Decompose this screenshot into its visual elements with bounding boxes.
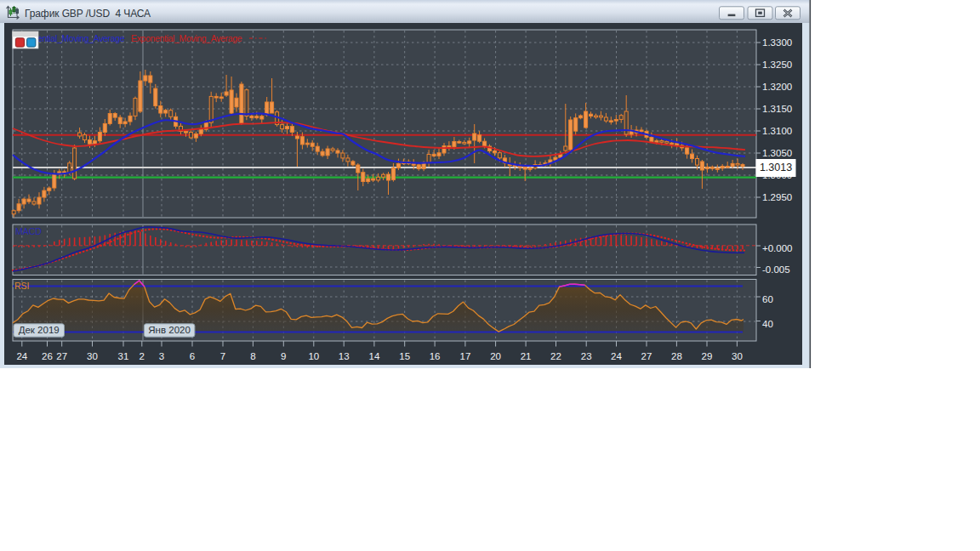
svg-text:6: 6 [190,351,195,361]
svg-text:30: 30 [732,351,743,361]
svg-text:7: 7 [220,351,225,361]
svg-text:17: 17 [460,351,471,361]
svg-text:8: 8 [250,351,255,361]
svg-text:21: 21 [521,351,532,361]
svg-text:27: 27 [56,351,67,361]
svg-text:1.3150: 1.3150 [762,104,792,114]
svg-text:10: 10 [308,351,319,361]
svg-text:1.2950: 1.2950 [762,192,792,202]
svg-text:15: 15 [399,351,410,361]
svg-text:26: 26 [42,351,53,361]
svg-text:1.3250: 1.3250 [762,60,792,70]
svg-text:1.3300: 1.3300 [762,37,792,48]
svg-text:1.3200: 1.3200 [762,82,792,92]
svg-text:График GBP /USD 4 ЧАСА: График GBP /USD 4 ЧАСА [25,8,151,20]
svg-text:-0.005: -0.005 [762,264,790,275]
svg-text:Янв 2020: Янв 2020 [148,325,191,335]
svg-text:24: 24 [611,351,622,361]
svg-text:24: 24 [16,351,27,361]
svg-text:1.3050: 1.3050 [762,148,792,158]
svg-text:23: 23 [581,351,592,361]
svg-text:3: 3 [159,351,164,361]
svg-text:Дек 2019: Дек 2019 [19,325,60,335]
svg-text:40: 40 [762,319,773,329]
svg-text:14: 14 [369,351,380,361]
svg-text:22: 22 [550,351,561,361]
svg-text:1.3013: 1.3013 [760,162,792,173]
svg-text:27: 27 [641,351,652,361]
svg-text:9: 9 [281,351,286,361]
svg-text:+0.000: +0.000 [762,243,793,253]
svg-text:20: 20 [490,351,501,361]
svg-text:2: 2 [140,351,145,361]
svg-text:1.3100: 1.3100 [762,126,792,136]
svg-text:RSI: RSI [14,281,30,291]
svg-text:13: 13 [339,351,350,361]
svg-text:16: 16 [430,351,441,361]
svg-text:31: 31 [118,351,129,361]
svg-text:MACD: MACD [15,226,42,236]
svg-text:30: 30 [87,351,98,361]
svg-text:60: 60 [762,294,773,304]
svg-text:Exponential_Moving_Average: Exponential_Moving_Average [131,33,242,43]
svg-text:29: 29 [702,351,713,361]
svg-text:28: 28 [671,351,682,361]
